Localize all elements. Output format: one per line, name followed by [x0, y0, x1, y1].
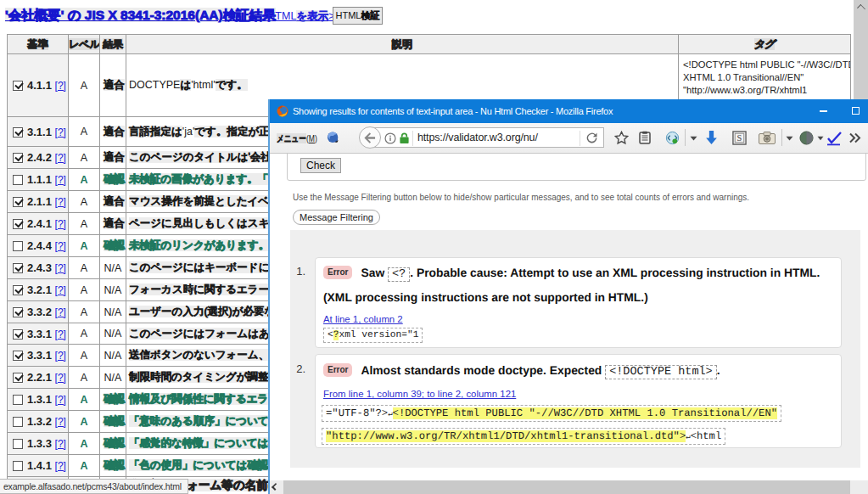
- svg-text:S: S: [737, 133, 742, 143]
